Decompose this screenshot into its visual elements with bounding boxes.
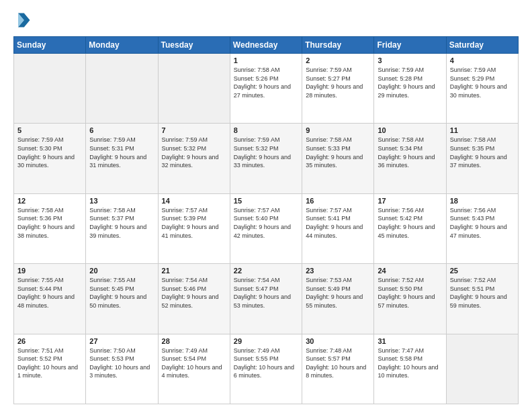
daylight-label: Daylight: 9 hours and 27 minutes. (234, 83, 291, 99)
day-number: 18 (450, 197, 515, 205)
sunrise-label: Sunrise: 7:59 AM (234, 136, 280, 143)
sunrise-label: Sunrise: 7:54 AM (234, 277, 280, 283)
day-number: 6 (89, 126, 154, 134)
sunrise-label: Sunrise: 7:50 AM (89, 347, 136, 354)
sunset-label: Sunset: 5:39 PM (162, 215, 207, 222)
weekday-header-cell: Friday (374, 37, 446, 54)
sunset-label: Sunset: 5:30 PM (17, 145, 62, 152)
sunset-label: Sunset: 5:49 PM (306, 285, 351, 292)
day-number: 24 (378, 267, 442, 275)
day-number: 27 (89, 337, 154, 345)
day-info: Sunrise: 7:58 AM Sunset: 5:26 PM Dayligh… (234, 66, 298, 99)
calendar-cell: 6 Sunrise: 7:59 AM Sunset: 5:31 PM Dayli… (86, 124, 158, 193)
daylight-label: Daylight: 9 hours and 36 minutes. (378, 154, 435, 169)
sunset-label: Sunset: 5:35 PM (450, 145, 495, 152)
sunset-label: Sunset: 5:34 PM (378, 145, 423, 152)
sunrise-label: Sunrise: 7:51 AM (17, 347, 64, 354)
sunrise-label: Sunrise: 7:59 AM (378, 66, 424, 73)
calendar-week-row: 1 Sunrise: 7:58 AM Sunset: 5:26 PM Dayli… (14, 54, 519, 124)
daylight-label: Daylight: 9 hours and 47 minutes. (450, 224, 507, 239)
calendar-cell: 16 Sunrise: 7:57 AM Sunset: 5:41 PM Dayl… (302, 193, 374, 263)
calendar-cell (158, 54, 230, 124)
day-number: 17 (378, 197, 442, 205)
calendar-cell: 22 Sunrise: 7:54 AM Sunset: 5:47 PM Dayl… (230, 264, 302, 334)
day-number: 31 (378, 337, 442, 345)
day-info: Sunrise: 7:52 AM Sunset: 5:50 PM Dayligh… (378, 276, 442, 310)
calendar-cell: 9 Sunrise: 7:58 AM Sunset: 5:33 PM Dayli… (302, 124, 374, 193)
sunrise-label: Sunrise: 7:49 AM (234, 347, 280, 354)
day-info: Sunrise: 7:59 AM Sunset: 5:30 PM Dayligh… (17, 136, 82, 169)
logo (13, 11, 35, 30)
sunrise-label: Sunrise: 7:47 AM (378, 347, 424, 354)
sunset-label: Sunset: 5:36 PM (17, 215, 62, 222)
sunset-label: Sunset: 5:47 PM (234, 285, 279, 292)
calendar-cell: 14 Sunrise: 7:57 AM Sunset: 5:39 PM Dayl… (158, 193, 230, 263)
day-info: Sunrise: 7:50 AM Sunset: 5:53 PM Dayligh… (89, 347, 154, 380)
daylight-label: Daylight: 10 hours and 1 minute. (17, 364, 78, 379)
calendar-cell: 10 Sunrise: 7:58 AM Sunset: 5:34 PM Dayl… (374, 124, 446, 193)
day-info: Sunrise: 7:58 AM Sunset: 5:35 PM Dayligh… (450, 136, 515, 169)
weekday-header-cell: Saturday (446, 37, 518, 54)
day-number: 12 (17, 197, 82, 205)
daylight-label: Daylight: 9 hours and 42 minutes. (234, 224, 291, 239)
daylight-label: Daylight: 9 hours and 39 minutes. (89, 224, 146, 239)
day-number: 23 (306, 267, 370, 275)
day-info: Sunrise: 7:59 AM Sunset: 5:28 PM Dayligh… (378, 66, 442, 99)
sunset-label: Sunset: 5:32 PM (162, 145, 207, 152)
calendar-cell: 30 Sunrise: 7:48 AM Sunset: 5:57 PM Dayl… (302, 334, 374, 404)
sunrise-label: Sunrise: 7:56 AM (378, 207, 424, 214)
day-number: 22 (234, 267, 298, 275)
daylight-label: Daylight: 9 hours and 37 minutes. (450, 154, 507, 169)
day-number: 16 (306, 197, 370, 205)
sunrise-label: Sunrise: 7:59 AM (450, 66, 496, 73)
daylight-label: Daylight: 9 hours and 29 minutes. (378, 83, 435, 99)
calendar-cell: 2 Sunrise: 7:59 AM Sunset: 5:27 PM Dayli… (302, 54, 374, 124)
calendar-cell: 20 Sunrise: 7:55 AM Sunset: 5:45 PM Dayl… (86, 264, 158, 334)
daylight-label: Daylight: 9 hours and 38 minutes. (17, 224, 75, 239)
calendar-week-row: 12 Sunrise: 7:58 AM Sunset: 5:36 PM Dayl… (14, 193, 519, 263)
sunset-label: Sunset: 5:29 PM (450, 75, 495, 82)
sunrise-label: Sunrise: 7:52 AM (378, 277, 424, 283)
day-info: Sunrise: 7:47 AM Sunset: 5:58 PM Dayligh… (378, 347, 442, 380)
day-info: Sunrise: 7:58 AM Sunset: 5:36 PM Dayligh… (17, 206, 82, 240)
day-info: Sunrise: 7:59 AM Sunset: 5:29 PM Dayligh… (450, 66, 515, 99)
calendar-cell: 27 Sunrise: 7:50 AM Sunset: 5:53 PM Dayl… (86, 334, 158, 404)
sunset-label: Sunset: 5:53 PM (89, 355, 134, 362)
daylight-label: Daylight: 9 hours and 50 minutes. (89, 293, 146, 309)
daylight-label: Daylight: 9 hours and 32 minutes. (162, 154, 219, 169)
sunset-label: Sunset: 5:33 PM (306, 145, 351, 152)
calendar-cell: 31 Sunrise: 7:47 AM Sunset: 5:58 PM Dayl… (374, 334, 446, 404)
day-info: Sunrise: 7:49 AM Sunset: 5:55 PM Dayligh… (234, 347, 298, 380)
calendar-cell: 5 Sunrise: 7:59 AM Sunset: 5:30 PM Dayli… (14, 124, 86, 193)
calendar-cell: 15 Sunrise: 7:57 AM Sunset: 5:40 PM Dayl… (230, 193, 302, 263)
day-info: Sunrise: 7:57 AM Sunset: 5:41 PM Dayligh… (306, 206, 370, 240)
daylight-label: Daylight: 9 hours and 41 minutes. (162, 224, 219, 239)
day-number: 29 (234, 337, 298, 345)
day-info: Sunrise: 7:55 AM Sunset: 5:44 PM Dayligh… (17, 276, 82, 310)
day-number: 10 (378, 126, 442, 134)
weekday-header-cell: Monday (86, 37, 158, 54)
day-number: 28 (162, 337, 226, 345)
sunrise-label: Sunrise: 7:59 AM (162, 136, 208, 143)
sunrise-label: Sunrise: 7:57 AM (234, 207, 280, 214)
sunrise-label: Sunrise: 7:57 AM (306, 207, 352, 214)
calendar-cell (14, 54, 86, 124)
day-info: Sunrise: 7:49 AM Sunset: 5:54 PM Dayligh… (162, 347, 226, 380)
day-number: 15 (234, 197, 298, 205)
sunrise-label: Sunrise: 7:59 AM (306, 66, 352, 73)
sunrise-label: Sunrise: 7:58 AM (306, 136, 352, 143)
calendar-cell: 24 Sunrise: 7:52 AM Sunset: 5:50 PM Dayl… (374, 264, 446, 334)
calendar-cell: 8 Sunrise: 7:59 AM Sunset: 5:32 PM Dayli… (230, 124, 302, 193)
sunrise-label: Sunrise: 7:58 AM (450, 136, 496, 143)
daylight-label: Daylight: 9 hours and 57 minutes. (378, 293, 435, 309)
daylight-label: Daylight: 9 hours and 30 minutes. (450, 83, 507, 99)
sunset-label: Sunset: 5:43 PM (450, 215, 495, 222)
sunset-label: Sunset: 5:50 PM (378, 285, 423, 292)
calendar-cell: 18 Sunrise: 7:56 AM Sunset: 5:43 PM Dayl… (446, 193, 518, 263)
daylight-label: Daylight: 9 hours and 44 minutes. (306, 224, 363, 239)
calendar-cell: 1 Sunrise: 7:58 AM Sunset: 5:26 PM Dayli… (230, 54, 302, 124)
sunset-label: Sunset: 5:52 PM (17, 355, 62, 362)
daylight-label: Daylight: 9 hours and 48 minutes. (17, 293, 75, 309)
calendar-cell: 17 Sunrise: 7:56 AM Sunset: 5:42 PM Dayl… (374, 193, 446, 263)
daylight-label: Daylight: 9 hours and 35 minutes. (306, 154, 363, 169)
